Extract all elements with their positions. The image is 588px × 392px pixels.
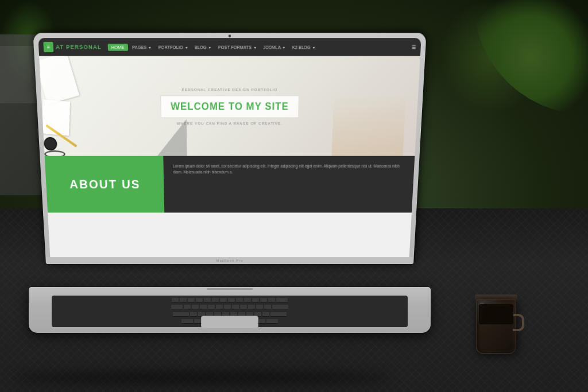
about-body-text: Lorem ipsum dolor sit amet, consectetur … — [173, 163, 405, 176]
nav-item-k2-blog[interactable]: K2 BLOG ▾ — [289, 44, 318, 51]
scene: AT PERSONAL HOME PAGES ▾ PORTFOLIO ▾ BLO… — [0, 0, 588, 392]
small-coffee — [44, 137, 57, 150]
paper-1 — [39, 56, 79, 104]
key — [252, 298, 259, 302]
logo-text: AT PERSONAL — [56, 44, 102, 50]
key — [224, 305, 231, 309]
key — [240, 305, 247, 309]
screen-bottom-bezel: MacBook Pro — [45, 257, 413, 264]
logo-prefix: AT — [56, 44, 67, 50]
hero-section: PERSONAL CREATIVE DESIGN PORTFOLIO WELCO… — [39, 56, 420, 156]
nav-item-portfolio[interactable]: PORTFOLIO ▾ — [155, 44, 190, 51]
key — [236, 298, 243, 302]
key — [260, 298, 267, 302]
glasses — [44, 150, 65, 156]
key — [276, 298, 288, 302]
key — [268, 298, 275, 302]
key — [212, 298, 219, 302]
key — [173, 312, 189, 316]
key — [220, 298, 227, 302]
about-heading-block: ABOUT US — [45, 156, 165, 213]
key — [264, 305, 271, 309]
key — [180, 298, 187, 302]
key-row-1 — [54, 298, 405, 304]
key — [270, 312, 287, 316]
key — [244, 298, 251, 302]
laptop-screen-bezel: AT PERSONAL HOME PAGES ▾ PORTFOLIO ▾ BLO… — [38, 38, 421, 259]
glass-handle — [513, 314, 524, 331]
glass-body — [476, 299, 516, 354]
logo-icon — [43, 42, 53, 52]
glass-liquid — [479, 304, 513, 324]
hero-content: PERSONAL CREATIVE DESIGN PORTFOLIO WELCO… — [160, 88, 299, 125]
key — [228, 298, 235, 302]
hero-subtitle: PERSONAL CREATIVE DESIGN PORTFOLIO — [160, 88, 299, 92]
hands-decoration — [332, 94, 406, 156]
logo-name: PERSONAL — [66, 44, 102, 50]
key — [190, 312, 197, 316]
key — [208, 305, 215, 309]
nav-item-pages[interactable]: PAGES ▾ — [129, 44, 154, 51]
coffee-glass — [473, 294, 519, 363]
trackpad[interactable] — [201, 316, 258, 328]
key — [204, 298, 211, 302]
hero-title-part2: MY SITE — [246, 101, 289, 111]
hero-title-box: WELCOME TO MY SITE — [160, 95, 299, 118]
hero-description: WHERE YOU CAN FIND A RANGE OF CREATIVE. — [161, 122, 299, 125]
key — [256, 305, 263, 309]
macbook-pro-label: MacBook Pro — [216, 259, 243, 262]
nav-item-joomla[interactable]: JOOMLA ▾ — [260, 44, 288, 51]
nav-logo: AT PERSONAL — [43, 42, 102, 52]
laptop: AT PERSONAL HOME PAGES ▾ PORTFOLIO ▾ BLO… — [29, 46, 431, 344]
key — [171, 305, 183, 309]
key — [216, 305, 223, 309]
hero-title-part1: WELCOME TO — [171, 101, 246, 111]
laptop-base — [29, 287, 431, 333]
laptop-lid: AT PERSONAL HOME PAGES ▾ PORTFOLIO ▾ BLO… — [33, 33, 426, 264]
nav-item-home[interactable]: HOME — [107, 44, 128, 51]
key — [272, 305, 288, 309]
key — [196, 298, 203, 302]
key — [232, 305, 239, 309]
key — [200, 305, 207, 309]
key — [184, 305, 191, 309]
camera-dot — [229, 34, 231, 37]
about-heading: ABOUT US — [69, 178, 141, 192]
nav-items: HOME PAGES ▾ PORTFOLIO ▾ BLOG ▾ POST FOR… — [107, 44, 318, 51]
about-body: Lorem ipsum dolor sit amet, consectetur … — [163, 156, 415, 213]
about-section: ABOUT US Lorem ipsum dolor sit amet, con… — [45, 156, 415, 213]
key — [192, 305, 199, 309]
key — [248, 305, 255, 309]
website-navbar: AT PERSONAL HOME PAGES ▾ PORTFOLIO ▾ BLO… — [38, 38, 421, 56]
key-row-2 — [54, 305, 405, 311]
nav-item-blog[interactable]: BLOG ▾ — [191, 44, 214, 51]
hamburger-icon[interactable]: ≡ — [411, 42, 416, 52]
laptop-screen: AT PERSONAL HOME PAGES ▾ PORTFOLIO ▾ BLO… — [38, 38, 421, 259]
key — [266, 319, 278, 323]
key — [262, 312, 269, 316]
key — [181, 319, 193, 323]
laptop-shadow — [11, 372, 390, 383]
nav-item-post-formats[interactable]: POST FORMATS ▾ — [215, 44, 258, 51]
key — [188, 298, 195, 302]
foliage-top-right — [473, 0, 588, 115]
hero-title: WELCOME TO MY SITE — [171, 101, 289, 112]
key — [172, 298, 179, 302]
